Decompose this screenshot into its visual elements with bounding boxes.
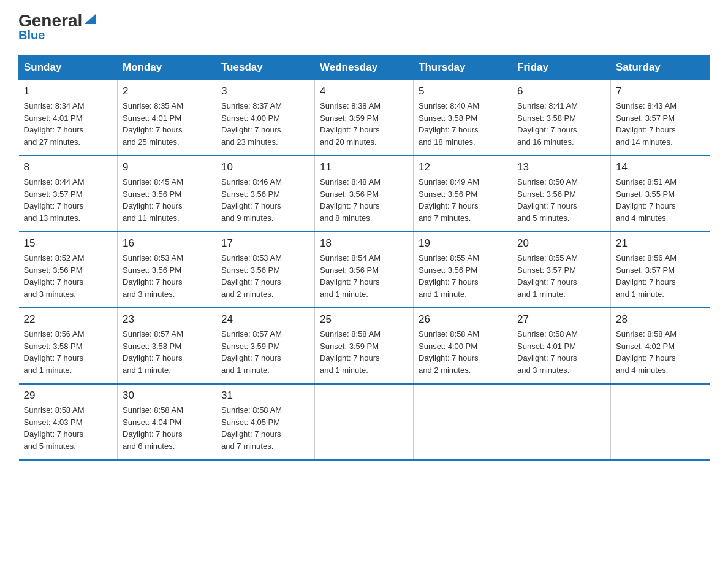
calendar-cell: 12 Sunrise: 8:49 AMSunset: 3:56 PMDaylig… [414,156,512,232]
day-number: 26 [419,313,507,326]
day-number: 24 [221,313,309,326]
day-number: 16 [123,237,211,250]
day-number: 23 [123,313,211,326]
calendar-cell: 17 Sunrise: 8:53 AMSunset: 3:56 PMDaylig… [216,232,315,308]
day-info: Sunrise: 8:48 AMSunset: 3:56 PMDaylight:… [320,177,381,223]
calendar-cell: 16 Sunrise: 8:53 AMSunset: 3:56 PMDaylig… [118,232,216,308]
calendar-cell: 10 Sunrise: 8:46 AMSunset: 3:56 PMDaylig… [216,156,315,232]
day-info: Sunrise: 8:55 AMSunset: 3:57 PMDaylight:… [517,253,578,299]
calendar-cell [414,384,512,460]
day-info: Sunrise: 8:58 AMSunset: 4:05 PMDaylight:… [221,405,282,451]
day-number: 5 [419,85,507,98]
day-info: Sunrise: 8:40 AMSunset: 3:58 PMDaylight:… [419,101,479,147]
day-info: Sunrise: 8:57 AMSunset: 3:58 PMDaylight:… [123,329,183,375]
day-number: 1 [24,85,113,98]
header-wednesday: Wednesday [315,55,414,80]
header-monday: Monday [118,55,216,80]
day-info: Sunrise: 8:55 AMSunset: 3:56 PMDaylight:… [419,253,479,299]
day-info: Sunrise: 8:54 AMSunset: 3:56 PMDaylight:… [320,253,381,299]
day-number: 18 [320,237,408,250]
calendar-cell: 18 Sunrise: 8:54 AMSunset: 3:56 PMDaylig… [315,232,414,308]
day-info: Sunrise: 8:49 AMSunset: 3:56 PMDaylight:… [419,177,479,223]
day-info: Sunrise: 8:35 AMSunset: 4:01 PMDaylight:… [123,101,183,147]
day-number: 14 [616,161,705,174]
day-info: Sunrise: 8:46 AMSunset: 3:56 PMDaylight:… [221,177,282,223]
day-number: 6 [517,85,605,98]
day-info: Sunrise: 8:53 AMSunset: 3:56 PMDaylight:… [123,253,183,299]
day-number: 22 [24,313,113,326]
day-number: 3 [221,85,309,98]
header-thursday: Thursday [414,55,512,80]
day-info: Sunrise: 8:58 AMSunset: 4:00 PMDaylight:… [419,329,479,375]
day-number: 25 [320,313,408,326]
day-info: Sunrise: 8:58 AMSunset: 4:03 PMDaylight:… [24,405,85,451]
calendar-cell: 5 Sunrise: 8:40 AMSunset: 3:58 PMDayligh… [414,80,512,156]
calendar-cell: 14 Sunrise: 8:51 AMSunset: 3:55 PMDaylig… [611,156,710,232]
day-number: 28 [616,313,705,326]
day-number: 11 [320,161,408,174]
header-sunday: Sunday [19,55,118,80]
calendar-cell: 21 Sunrise: 8:56 AMSunset: 3:57 PMDaylig… [611,232,710,308]
calendar-cell: 8 Sunrise: 8:44 AMSunset: 3:57 PMDayligh… [19,156,118,232]
day-info: Sunrise: 8:43 AMSunset: 3:57 PMDaylight:… [616,101,677,147]
calendar-table: SundayMondayTuesdayWednesdayThursdayFrid… [18,55,710,461]
day-number: 7 [616,85,705,98]
day-info: Sunrise: 8:45 AMSunset: 3:56 PMDaylight:… [123,177,183,223]
day-info: Sunrise: 8:44 AMSunset: 3:57 PMDaylight:… [24,177,85,223]
day-info: Sunrise: 8:57 AMSunset: 3:59 PMDaylight:… [221,329,282,375]
day-info: Sunrise: 8:56 AMSunset: 3:58 PMDaylight:… [24,329,85,375]
calendar-cell: 4 Sunrise: 8:38 AMSunset: 3:59 PMDayligh… [315,80,414,156]
calendar-cell: 26 Sunrise: 8:58 AMSunset: 4:00 PMDaylig… [414,308,512,384]
calendar-cell: 20 Sunrise: 8:55 AMSunset: 3:57 PMDaylig… [512,232,611,308]
calendar-cell: 6 Sunrise: 8:41 AMSunset: 3:58 PMDayligh… [512,80,611,156]
logo-general: General [18,12,82,29]
day-number: 17 [221,237,309,250]
day-info: Sunrise: 8:58 AMSunset: 4:02 PMDaylight:… [616,329,677,375]
calendar-cell: 29 Sunrise: 8:58 AMSunset: 4:03 PMDaylig… [19,384,118,460]
header-friday: Friday [512,55,611,80]
calendar-cell [315,384,414,460]
day-number: 30 [123,389,211,402]
day-number: 19 [419,237,507,250]
calendar-cell: 9 Sunrise: 8:45 AMSunset: 3:56 PMDayligh… [118,156,216,232]
svg-marker-0 [85,14,96,24]
day-info: Sunrise: 8:58 AMSunset: 3:59 PMDaylight:… [320,329,381,375]
calendar-cell: 23 Sunrise: 8:57 AMSunset: 3:58 PMDaylig… [118,308,216,384]
day-info: Sunrise: 8:41 AMSunset: 3:58 PMDaylight:… [517,101,578,147]
day-number: 15 [24,237,113,250]
calendar-cell: 15 Sunrise: 8:52 AMSunset: 3:56 PMDaylig… [19,232,118,308]
day-info: Sunrise: 8:58 AMSunset: 4:04 PMDaylight:… [123,405,183,451]
logo-blue: Blue [18,28,45,42]
day-number: 12 [419,161,507,174]
header-saturday: Saturday [611,55,710,80]
day-info: Sunrise: 8:38 AMSunset: 3:59 PMDaylight:… [320,101,381,147]
calendar-cell: 13 Sunrise: 8:50 AMSunset: 3:56 PMDaylig… [512,156,611,232]
day-number: 27 [517,313,605,326]
calendar-cell: 19 Sunrise: 8:55 AMSunset: 3:56 PMDaylig… [414,232,512,308]
week-row-2: 8 Sunrise: 8:44 AMSunset: 3:57 PMDayligh… [19,156,710,232]
day-number: 8 [24,161,113,174]
logo: General Blue [18,12,97,42]
page-header: General Blue [18,12,710,42]
day-number: 9 [123,161,211,174]
day-info: Sunrise: 8:53 AMSunset: 3:56 PMDaylight:… [221,253,282,299]
day-info: Sunrise: 8:34 AMSunset: 4:01 PMDaylight:… [24,101,85,147]
day-number: 13 [517,161,605,174]
calendar-header-row: SundayMondayTuesdayWednesdayThursdayFrid… [19,55,710,80]
calendar-cell: 1 Sunrise: 8:34 AMSunset: 4:01 PMDayligh… [19,80,118,156]
calendar-cell: 24 Sunrise: 8:57 AMSunset: 3:59 PMDaylig… [216,308,315,384]
calendar-cell: 31 Sunrise: 8:58 AMSunset: 4:05 PMDaylig… [216,384,315,460]
day-info: Sunrise: 8:52 AMSunset: 3:56 PMDaylight:… [24,253,85,299]
day-number: 31 [221,389,309,402]
calendar-cell: 3 Sunrise: 8:37 AMSunset: 4:00 PMDayligh… [216,80,315,156]
calendar-cell: 2 Sunrise: 8:35 AMSunset: 4:01 PMDayligh… [118,80,216,156]
calendar-cell: 27 Sunrise: 8:58 AMSunset: 4:01 PMDaylig… [512,308,611,384]
day-number: 2 [123,85,211,98]
logo-icon [83,13,97,26]
calendar-cell [611,384,710,460]
day-info: Sunrise: 8:51 AMSunset: 3:55 PMDaylight:… [616,177,677,223]
week-row-4: 22 Sunrise: 8:56 AMSunset: 3:58 PMDaylig… [19,308,710,384]
day-number: 4 [320,85,408,98]
calendar-cell: 22 Sunrise: 8:56 AMSunset: 3:58 PMDaylig… [19,308,118,384]
calendar-cell: 25 Sunrise: 8:58 AMSunset: 3:59 PMDaylig… [315,308,414,384]
